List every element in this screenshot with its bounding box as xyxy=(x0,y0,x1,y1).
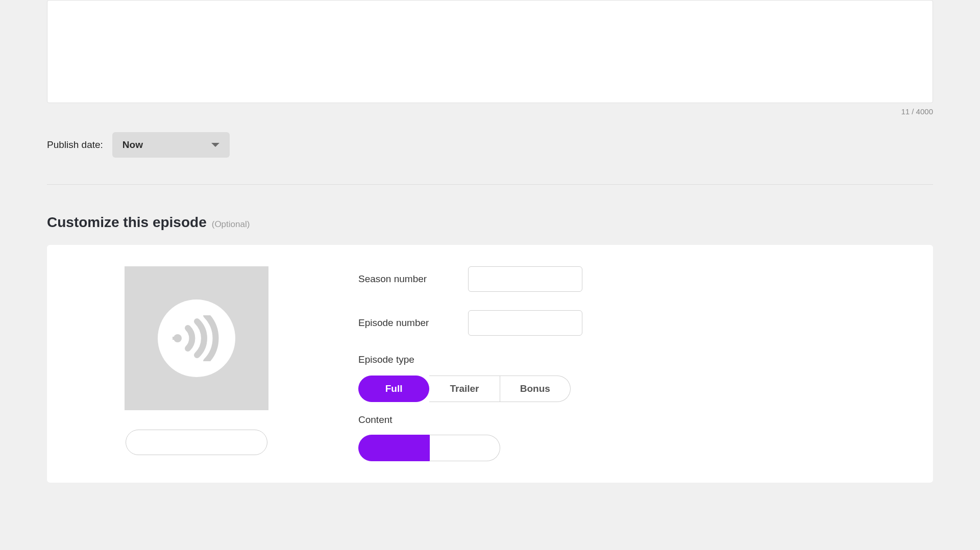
content-option-2[interactable] xyxy=(430,435,501,461)
chevron-down-icon xyxy=(211,143,219,147)
episode-type-full[interactable]: Full xyxy=(358,376,429,402)
episode-number-label: Episode number xyxy=(358,317,468,329)
episode-type-trailer[interactable]: Trailer xyxy=(429,376,500,402)
episode-type-segmented: Full Trailer Bonus xyxy=(358,376,571,402)
season-number-input[interactable] xyxy=(468,266,582,292)
customize-panel: Season number Episode number Episode typ… xyxy=(47,245,933,483)
episode-type-label: Episode type xyxy=(358,354,468,365)
episode-number-input[interactable] xyxy=(468,310,582,336)
description-textarea[interactable] xyxy=(47,0,933,103)
customize-section-title: Customize this episode xyxy=(47,214,207,231)
publish-date-value: Now xyxy=(122,139,143,151)
content-label: Content xyxy=(358,414,906,426)
publish-date-label: Publish date: xyxy=(47,139,103,151)
customize-optional-label: (Optional) xyxy=(212,219,250,230)
svg-rect-1 xyxy=(173,337,180,340)
season-number-label: Season number xyxy=(358,273,468,285)
publish-date-dropdown[interactable]: Now xyxy=(112,132,230,158)
section-divider xyxy=(47,184,933,185)
episode-type-bonus[interactable]: Bonus xyxy=(500,376,571,402)
episode-art-placeholder[interactable] xyxy=(125,266,268,410)
char-counter: 11 / 4000 xyxy=(47,107,933,116)
podcast-icon xyxy=(158,299,235,377)
content-segmented xyxy=(358,435,500,461)
upload-image-button[interactable] xyxy=(126,430,267,455)
content-option-1[interactable] xyxy=(358,435,430,461)
